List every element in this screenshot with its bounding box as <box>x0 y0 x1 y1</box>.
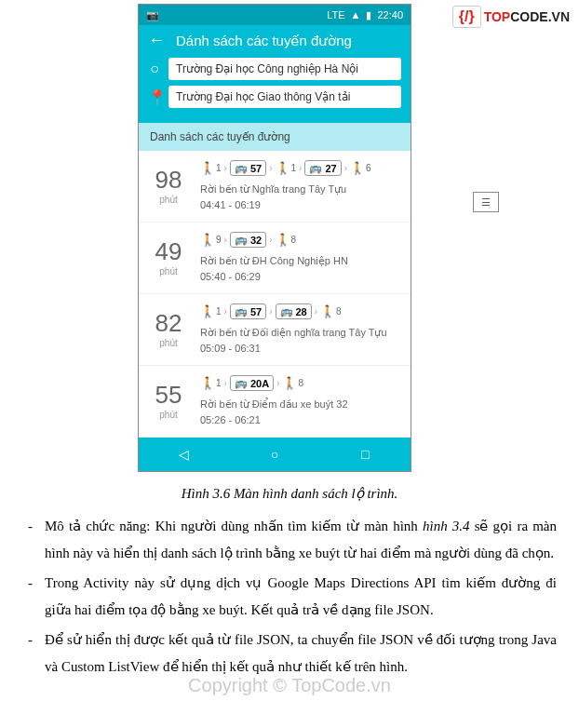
logo-icon: {/} <box>452 6 481 28</box>
chevron-right-icon: › <box>344 163 347 173</box>
description-text: -Mô tả chức năng: Khi người dùng nhấn tì… <box>0 513 579 680</box>
route-duration: 98phút <box>148 160 189 212</box>
bus-badge: 🚌57 <box>230 303 266 319</box>
bullet-dash: - <box>28 513 45 566</box>
chevron-right-icon: › <box>224 378 227 388</box>
route-times: 04:41 - 06:19 <box>200 197 401 213</box>
back-button[interactable]: ← <box>148 31 165 50</box>
route-steps: 🚶1›🚌57›🚶1›🚌27›🚶6 <box>200 160 401 176</box>
anchor-icon[interactable]: ☰ <box>473 192 499 212</box>
duration-unit: phút <box>148 410 189 420</box>
route-duration: 55phút <box>148 375 189 427</box>
figure-caption: Hình 3.6 Màn hình danh sách lộ trình. <box>0 485 579 502</box>
phone-frame: 📷 LTE ▲ ▮ 22:40 ← Dánh sách các tuyến đư… <box>138 4 411 472</box>
walk-icon: 🚶1 <box>200 161 222 175</box>
route-item[interactable]: 49phút🚶9›🚌32›🚶8Rời bến từ ĐH Công Nghiệp… <box>139 222 411 294</box>
bus-badge: 🚌20A <box>230 375 274 391</box>
duration-minutes: 55 <box>148 381 189 410</box>
route-list: 98phút🚶1›🚌57›🚶1›🚌27›🚶6Rời bến từ Nghĩa t… <box>139 151 411 438</box>
walk-icon: 🚶1 <box>276 161 297 175</box>
duration-unit: phút <box>148 195 189 205</box>
camera-icon: 📷 <box>146 9 159 21</box>
bus-icon: 🚌 <box>309 162 322 174</box>
chevron-right-icon: › <box>315 306 317 317</box>
walk-icon: 🚶1 <box>200 376 222 390</box>
bus-badge: 🚌32 <box>230 232 266 248</box>
bus-icon: 🚌 <box>235 377 248 389</box>
route-departure: Rời bến từ Điểm đầu xe buýt 32 <box>200 397 401 412</box>
bus-badge: 🚌28 <box>276 303 312 319</box>
bullet-dash: - <box>28 570 45 623</box>
route-departure: Rời bến từ ĐH Công Nghiệp HN <box>200 253 401 269</box>
logo-text-red: TOP <box>484 9 511 24</box>
bus-icon: 🚌 <box>235 305 248 317</box>
section-label: Danh sách các tuyến đường <box>139 123 411 151</box>
paragraph-text: Để sử hiển thị được kết quả từ file JSON… <box>45 627 557 680</box>
bus-badge: 🚌27 <box>304 160 341 176</box>
walk-icon: 🚶8 <box>282 376 303 390</box>
walk-icon: 🚶6 <box>350 161 371 175</box>
origin-icon: ○ <box>148 61 161 77</box>
walk-icon: 🚶8 <box>276 233 297 247</box>
bus-badge: 🚌57 <box>230 160 266 176</box>
route-item[interactable]: 98phút🚶1›🚌57›🚶1›🚌27›🚶6Rời bến từ Nghĩa t… <box>139 151 411 222</box>
walk-icon: 🚶8 <box>320 304 342 318</box>
logo-text-black: CODE.VN <box>510 9 570 24</box>
lte-indicator: LTE <box>327 9 344 20</box>
chevron-right-icon: › <box>276 378 279 388</box>
duration-minutes: 82 <box>148 309 189 338</box>
route-steps: 🚶1›🚌20A›🚶8 <box>200 375 401 391</box>
origin-input[interactable]: Trường Đại học Công nghiệp Hà Nội <box>168 58 401 80</box>
destination-icon: 📍 <box>148 88 161 106</box>
route-body: 🚶1›🚌57›🚶1›🚌27›🚶6Rời bến từ Nghĩa trang T… <box>200 160 401 212</box>
route-times: 05:40 - 06:29 <box>200 269 401 285</box>
app-header: ← Dánh sách các tuyến đường ○ Trường Đại… <box>139 25 411 123</box>
nav-home[interactable]: ○ <box>256 447 293 462</box>
bullet-paragraph: -Mô tả chức năng: Khi người dùng nhấn tì… <box>28 513 557 566</box>
battery-icon: ▮ <box>366 9 371 21</box>
chevron-right-icon: › <box>299 163 302 173</box>
chevron-right-icon: › <box>269 163 272 173</box>
duration-unit: phút <box>148 266 189 276</box>
route-item[interactable]: 82phút🚶1›🚌57›🚌28›🚶8Rời bến từ Đối diện n… <box>139 294 411 366</box>
route-duration: 82phút <box>148 303 189 356</box>
clock-time: 22:40 <box>377 9 403 20</box>
walk-icon: 🚶9 <box>200 233 222 247</box>
route-steps: 🚶9›🚌32›🚶8 <box>200 232 401 248</box>
route-body: 🚶1›🚌20A›🚶8Rời bến từ Điểm đầu xe buýt 32… <box>200 375 401 427</box>
nav-back[interactable]: ◁ <box>166 447 203 462</box>
duration-unit: phút <box>148 338 189 348</box>
route-times: 05:26 - 06:21 <box>200 412 401 428</box>
chevron-right-icon: › <box>269 306 272 317</box>
route-departure: Rời bến từ Nghĩa trang Tây Tựu <box>200 182 401 197</box>
route-body: 🚶1›🚌57›🚌28›🚶8Rời bến từ Đối diện nghĩa t… <box>200 303 401 356</box>
anchor-glyph: ☰ <box>481 196 491 209</box>
android-navbar: ◁ ○ □ <box>139 438 411 471</box>
duration-minutes: 49 <box>148 237 189 266</box>
route-departure: Rời bến từ Đối diện nghĩa trang Tây Tựu <box>200 325 401 341</box>
paragraph-text: Mô tả chức năng: Khi người dùng nhấn tìm… <box>45 513 557 566</box>
route-duration: 49phút <box>148 232 189 284</box>
walk-icon: 🚶1 <box>200 304 222 318</box>
bullet-paragraph: -Để sử hiển thị được kết quả từ file JSO… <box>28 627 557 680</box>
chevron-right-icon: › <box>224 306 227 317</box>
chevron-right-icon: › <box>224 235 227 245</box>
destination-input[interactable]: Trường Đại học Giao thông Vận tải <box>168 86 401 108</box>
route-times: 05:09 - 06:31 <box>200 341 401 357</box>
status-bar: 📷 LTE ▲ ▮ 22:40 <box>139 5 411 25</box>
route-item[interactable]: 55phút🚶1›🚌20A›🚶8Rời bến từ Điểm đầu xe b… <box>139 366 411 438</box>
route-steps: 🚶1›🚌57›🚌28›🚶8 <box>200 303 401 319</box>
chevron-right-icon: › <box>224 163 227 173</box>
bus-icon: 🚌 <box>235 162 248 174</box>
bullet-dash: - <box>28 627 45 680</box>
brand-logo: {/} TOPCODE.VN <box>452 6 570 28</box>
nav-recent[interactable]: □ <box>346 447 384 462</box>
page-title: Dánh sách các tuyến đường <box>176 33 352 49</box>
chevron-right-icon: › <box>269 235 272 245</box>
route-body: 🚶9›🚌32›🚶8Rời bến từ ĐH Công Nghiệp HN05:… <box>200 232 401 284</box>
signal-icon: ▲ <box>351 9 361 20</box>
bus-icon: 🚌 <box>235 234 248 246</box>
bus-icon: 🚌 <box>280 305 293 317</box>
bullet-paragraph: -Trong Activity này sử dụng dịch vụ Goog… <box>28 570 557 623</box>
duration-minutes: 98 <box>148 166 189 195</box>
